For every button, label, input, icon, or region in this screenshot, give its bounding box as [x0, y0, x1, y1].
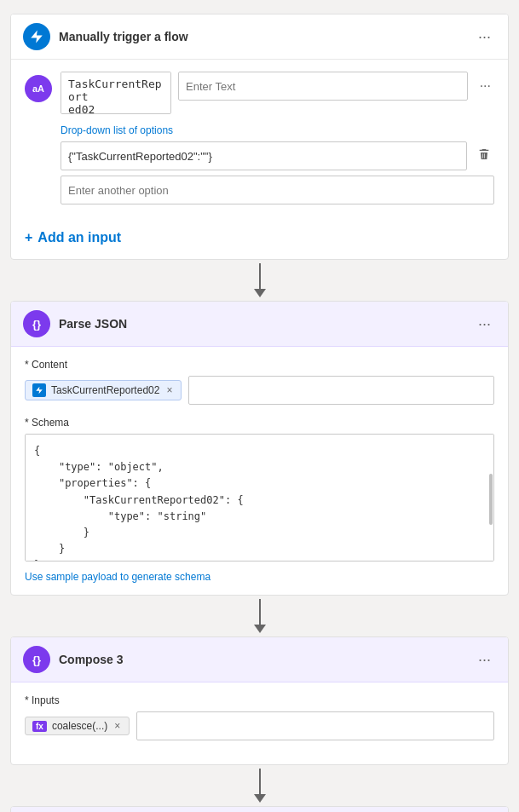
add-input-plus: +	[25, 230, 32, 245]
compose3-fx-label: fx	[32, 721, 47, 732]
trigger-card-header: Manually trigger a flow ···	[11, 14, 508, 60]
trigger-input-row: aA TaskCurrentReport ed02 ···	[25, 72, 494, 114]
dropdown-value-row	[61, 141, 494, 170]
trigger-text-input[interactable]	[178, 72, 468, 101]
arrow-head-1	[254, 289, 266, 297]
trigger-avatar: aA	[25, 75, 52, 102]
content-input-field[interactable]	[188, 376, 494, 405]
arrow-line-3	[259, 769, 261, 794]
compose3-title: Compose 3	[59, 653, 473, 666]
content-pill-text: TaskCurrentReported02	[51, 384, 159, 396]
trigger-input-menu-button[interactable]: ···	[476, 75, 494, 97]
schema-textarea[interactable]: { "type": "object", "properties": { "Tas…	[25, 434, 494, 561]
parse-json-header: {} Parse JSON ···	[11, 302, 508, 347]
compose3-pill-text: coalesce(...)	[52, 720, 107, 732]
compose3-menu-button[interactable]: ···	[473, 650, 496, 669]
arrow-connector-2	[254, 596, 266, 636]
arrow-head-2	[254, 625, 266, 633]
schema-wrapper: { "type": "object", "properties": { "Tas…	[25, 434, 494, 564]
arrow-line-2	[259, 599, 261, 625]
content-label: * Content	[25, 359, 494, 371]
trigger-name-input[interactable]: TaskCurrentReport ed02	[61, 72, 171, 114]
dropdown-delete-button[interactable]	[474, 144, 494, 168]
content-pill-close-button[interactable]: ×	[164, 384, 174, 396]
flow-container: Manually trigger a flow ··· aA TaskCurre…	[0, 0, 519, 812]
content-pill: TaskCurrentReported02 ×	[25, 380, 182, 400]
arrow-connector-3	[254, 765, 266, 806]
compose3-body: * Inputs fx coalesce(...) ×	[11, 682, 508, 764]
compose3-inputs-label: * Inputs	[25, 694, 494, 706]
compose3-card: {} Compose 3 ··· * Inputs fx coalesce(..…	[10, 636, 509, 765]
dropdown-section: Drop-down list of options	[61, 124, 494, 204]
json-icon-label: {}	[32, 318, 41, 331]
arrow-connector-1	[254, 260, 266, 301]
pill-trigger-icon	[32, 383, 46, 397]
compose3-input-field[interactable]	[136, 711, 494, 740]
schema-link[interactable]: Use sample payload to generate schema	[25, 571, 494, 583]
parse-json-menu-button[interactable]: ···	[473, 314, 496, 333]
arrow-head-3	[254, 794, 266, 803]
compose2-card: {} Compose 2 ··· * Inputs fx if(...) ×	[10, 806, 509, 812]
compose3-icon: {}	[23, 646, 50, 673]
compose3-header: {} Compose 3 ···	[11, 637, 508, 682]
content-field-row: TaskCurrentReported02 ×	[25, 376, 494, 405]
add-input-row[interactable]: + Add an input	[11, 216, 508, 259]
parse-json-body: * Content TaskCurrentReported02 × * Sche…	[11, 347, 508, 595]
compose3-field-row: fx coalesce(...) ×	[25, 711, 494, 740]
dropdown-value-input[interactable]	[61, 141, 467, 170]
trigger-icon	[23, 23, 50, 50]
compose3-fx-pill: fx coalesce(...) ×	[25, 717, 130, 735]
schema-label: * Schema	[25, 417, 494, 429]
trigger-input-group: TaskCurrentReport ed02	[61, 72, 468, 114]
parse-json-icon: {}	[23, 310, 50, 337]
compose2-header: {} Compose 2 ···	[11, 807, 508, 812]
trigger-title: Manually trigger a flow	[59, 30, 473, 43]
trigger-card: Manually trigger a flow ··· aA TaskCurre…	[10, 14, 509, 260]
compose3-icon-label: {}	[32, 654, 41, 666]
compose3-pill-close-button[interactable]: ×	[112, 720, 122, 732]
trigger-menu-button[interactable]: ···	[473, 27, 496, 46]
parse-json-card: {} Parse JSON ··· * Content TaskCurrentR…	[10, 301, 509, 596]
scrollbar-indicator	[489, 474, 493, 525]
arrow-line-1	[259, 263, 261, 289]
another-option-input[interactable]	[61, 176, 494, 204]
parse-json-title: Parse JSON	[59, 317, 473, 331]
trigger-card-body: aA TaskCurrentReport ed02 ··· Drop-down …	[11, 60, 508, 216]
dropdown-label: Drop-down list of options	[61, 124, 494, 136]
add-input-label: Add an input	[37, 230, 121, 245]
